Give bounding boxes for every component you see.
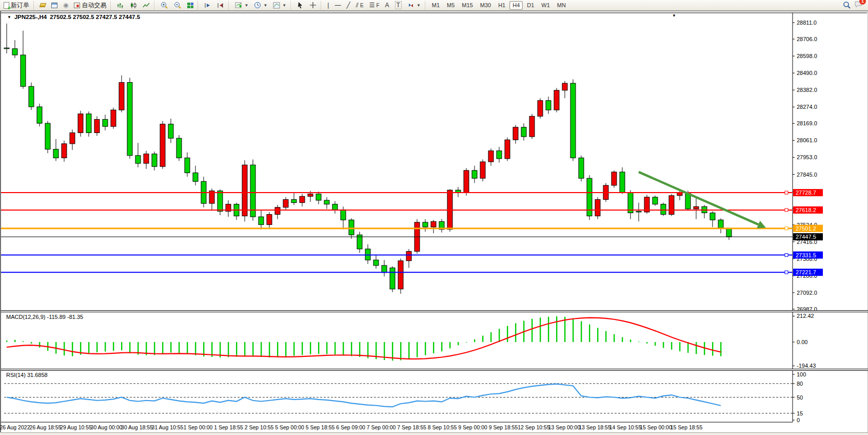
time-axis-label: 1 Sep 00:00 bbox=[184, 424, 213, 430]
broadcast-button[interactable]: ◉ bbox=[61, 1, 71, 10]
timeframe-mn[interactable]: MN bbox=[554, 1, 569, 10]
terminal-button[interactable] bbox=[49, 1, 60, 10]
candle-body bbox=[398, 261, 403, 289]
macd-histogram-bar bbox=[540, 317, 541, 342]
timeframe-h4[interactable]: H4 bbox=[509, 1, 523, 10]
toolbar-right: 1 bbox=[843, 1, 867, 10]
macd-histogram-bar bbox=[449, 342, 450, 348]
candle-body bbox=[332, 204, 338, 210]
chart-shift-button[interactable] bbox=[214, 1, 227, 10]
dropdown-arrow-icon: ▼ bbox=[417, 3, 421, 8]
candle-body bbox=[373, 260, 379, 266]
level-line-handle[interactable] bbox=[785, 209, 788, 212]
new-order-button[interactable]: 新订单 bbox=[1, 1, 32, 10]
level-price-tag-text: 27501.2 bbox=[796, 225, 816, 232]
trendline-icon: ╱ bbox=[346, 2, 350, 9]
label-tool-icon: T bbox=[395, 1, 402, 9]
cursor-icon bbox=[297, 2, 304, 9]
pane-splitter-macd[interactable] bbox=[1, 310, 868, 312]
zoom-out-button[interactable] bbox=[171, 1, 184, 10]
time-axis-label: 7 Sep 18:55 bbox=[397, 424, 426, 430]
candlestick-mode-button[interactable] bbox=[127, 1, 140, 10]
fibonacci-tool-button[interactable]: ☰F bbox=[367, 1, 382, 10]
vline-tool-button[interactable]: | bbox=[325, 1, 331, 10]
notifications-button[interactable]: 1 bbox=[854, 1, 863, 10]
autotrade-button[interactable]: 自动交易 bbox=[71, 1, 109, 10]
arrows-icon bbox=[407, 2, 415, 9]
fibonacci-icon: ☰ bbox=[369, 2, 375, 9]
macd-tick-label: -194.43 bbox=[797, 363, 816, 369]
price-tick-label: 28598.0 bbox=[797, 53, 817, 59]
candle-body bbox=[29, 86, 34, 107]
chart-shift-marker[interactable]: ▼ bbox=[672, 13, 676, 18]
candle-body bbox=[62, 144, 67, 158]
auto-scroll-icon bbox=[204, 2, 211, 9]
macd-histogram-bar bbox=[548, 317, 549, 342]
time-axis-label: 1 Sep 18:55 bbox=[214, 424, 243, 430]
search-icon[interactable] bbox=[843, 1, 851, 9]
timeframe-m5[interactable]: M5 bbox=[444, 1, 458, 10]
candle-body bbox=[283, 199, 288, 207]
cursor-tool-button[interactable] bbox=[294, 1, 306, 10]
pane-splitter-rsi[interactable] bbox=[1, 369, 868, 371]
indicators-button[interactable]: ▼ bbox=[232, 1, 251, 10]
timeframe-m1[interactable]: M1 bbox=[429, 1, 443, 10]
macd-histogram-bar bbox=[236, 342, 237, 357]
timeframe-w1[interactable]: W1 bbox=[538, 1, 553, 10]
level-line-handle[interactable] bbox=[785, 227, 788, 230]
macd-histogram-bar bbox=[417, 342, 418, 357]
line-chart-mode-button[interactable] bbox=[140, 1, 152, 10]
macd-tick-label: 212.42 bbox=[797, 313, 814, 319]
macd-histogram-bar bbox=[482, 336, 483, 342]
timeframe-d1[interactable]: D1 bbox=[524, 1, 537, 10]
macd-histogram-bar bbox=[269, 342, 270, 357]
text-tool-button[interactable]: A bbox=[383, 1, 392, 10]
macd-histogram-bar bbox=[187, 342, 188, 354]
channel-tool-button[interactable]: ⫽E bbox=[353, 1, 366, 10]
macd-histogram-bar bbox=[351, 342, 352, 356]
candle-body bbox=[423, 222, 428, 227]
candle-body bbox=[562, 83, 567, 90]
level-line-handle[interactable] bbox=[785, 271, 788, 274]
timeframe-m15[interactable]: M15 bbox=[459, 1, 476, 10]
candle-body bbox=[185, 158, 190, 173]
timeframe-m30[interactable]: M30 bbox=[477, 1, 494, 10]
toolbar-separator bbox=[425, 1, 427, 10]
candle-body bbox=[300, 196, 305, 202]
chart-symbol-timeframe: JPN225-,H4 bbox=[14, 14, 47, 20]
trendline-tool-button[interactable]: ╱ bbox=[344, 1, 352, 10]
auto-scroll-button[interactable] bbox=[202, 1, 214, 10]
market-depth-button[interactable] bbox=[37, 1, 48, 10]
templates-button[interactable]: ▼ bbox=[270, 1, 289, 10]
macd-histogram-bar bbox=[39, 342, 40, 348]
macd-indicator-label: MACD(12,26,9) -115.89 -81.35 bbox=[6, 314, 83, 320]
periods-button[interactable]: ▼ bbox=[251, 1, 270, 10]
crosshair-tool-button[interactable] bbox=[307, 1, 319, 10]
candle-body bbox=[53, 149, 58, 158]
timeframe-h1[interactable]: H1 bbox=[495, 1, 508, 10]
macd-histogram-bar bbox=[14, 340, 15, 342]
macd-histogram-bar bbox=[589, 325, 590, 342]
level-price-tag-text: 27221.7 bbox=[796, 269, 816, 275]
macd-histogram-bar bbox=[573, 318, 574, 342]
tile-windows-button[interactable] bbox=[185, 1, 196, 10]
candle-body bbox=[611, 172, 617, 185]
symbol-dropdown-icon[interactable]: ▼ bbox=[7, 15, 11, 20]
level-line-handle[interactable] bbox=[785, 191, 788, 194]
macd-histogram-bar bbox=[687, 342, 688, 353]
bottom-strip bbox=[1, 432, 868, 435]
new-order-icon bbox=[4, 2, 9, 9]
hline-tool-button[interactable]: — bbox=[332, 1, 343, 10]
level-price-tag-text: 27728.7 bbox=[796, 190, 816, 196]
horizontal-line-icon: — bbox=[334, 2, 341, 9]
price-axis-ticks: 28811.028706.028598.028490.028382.028274… bbox=[793, 20, 817, 312]
zoom-in-button[interactable] bbox=[158, 1, 171, 10]
bar-chart-mode-button[interactable] bbox=[114, 1, 127, 10]
arrows-tool-button[interactable]: ▼ bbox=[405, 1, 423, 10]
candle-body bbox=[726, 228, 732, 237]
candle-body bbox=[365, 249, 370, 260]
macd-histogram-bar bbox=[679, 342, 680, 351]
level-line-handle[interactable] bbox=[785, 254, 788, 257]
label-tool-button[interactable]: T bbox=[392, 1, 404, 10]
macd-histogram-bar bbox=[499, 329, 500, 342]
